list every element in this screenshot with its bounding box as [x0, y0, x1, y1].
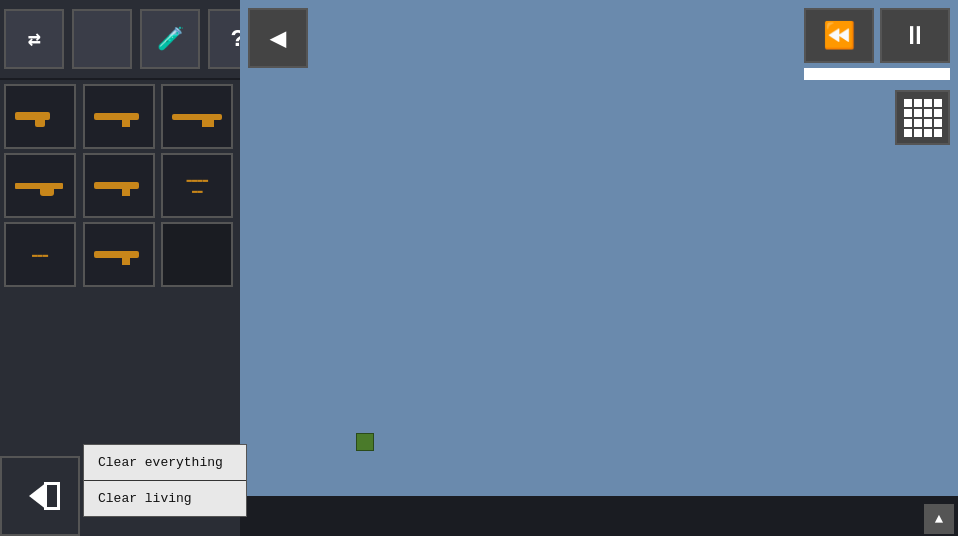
pause-button[interactable] [880, 8, 950, 63]
weapon-cell-smg4[interactable] [83, 222, 155, 287]
bottom-right-icon[interactable]: ▲ [924, 504, 954, 534]
toolbar: ⇄ 🧪 ? [0, 0, 240, 80]
exit-button[interactable] [0, 456, 80, 536]
grid-icon [904, 99, 942, 137]
back-button[interactable] [248, 8, 308, 68]
green-block-entity [356, 433, 374, 451]
context-menu: Clear everything Clear living [83, 444, 247, 517]
weapon-cell-smg1[interactable] [83, 84, 155, 149]
grid-toggle-button[interactable] [895, 90, 950, 145]
exit-icon [20, 476, 60, 516]
clear-living-button[interactable]: Clear living [84, 481, 246, 516]
weapon-cell-rifle1[interactable] [161, 84, 233, 149]
rewind-button[interactable] [804, 8, 874, 63]
bottom-bar: ▲ [240, 496, 958, 536]
speed-bar [804, 68, 950, 80]
clear-everything-button[interactable]: Clear everything [84, 445, 246, 481]
weapon-cell-pistol[interactable] [4, 84, 76, 149]
top-right-controls [804, 8, 950, 63]
weapon-cell-smg3[interactable]: ▬▬▬ [4, 222, 76, 287]
weapon-cell-rifle2[interactable]: ▬▬▬▬▬▬ [161, 153, 233, 218]
empty-slot-button[interactable] [72, 9, 132, 69]
swap-button[interactable]: ⇄ [4, 9, 64, 69]
potion-button[interactable]: 🧪 [140, 9, 200, 69]
weapon-cell-smg2[interactable] [83, 153, 155, 218]
weapon-grid: ▬▬▬▬▬▬ ▬▬▬ [0, 80, 240, 291]
weapon-cell-shotgun1[interactable] [4, 153, 76, 218]
weapon-cell-empty[interactable] [161, 222, 233, 287]
